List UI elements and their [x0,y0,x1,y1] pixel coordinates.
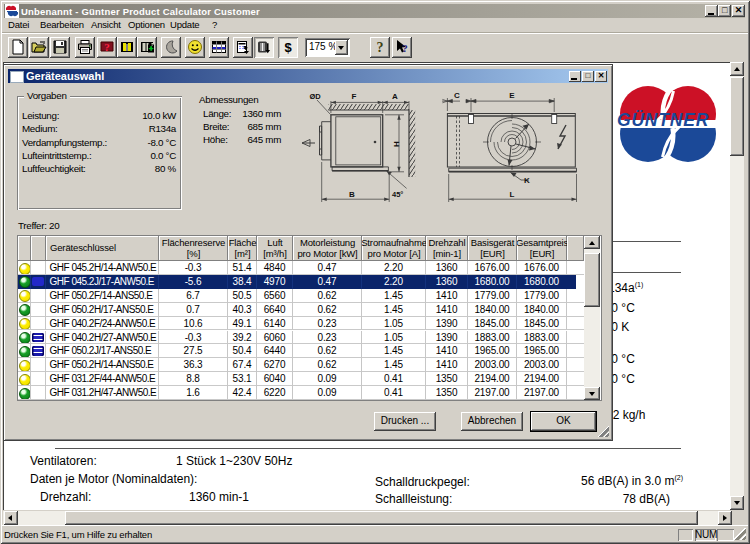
svg-text:E: E [509,91,515,100]
svg-text:ØD: ØD [309,92,321,101]
svg-text:?: ? [402,42,408,54]
svg-text:GÜNTNER: GÜNTNER [617,110,709,130]
svg-text:L: L [510,190,515,199]
svg-text:?: ? [377,40,384,55]
svg-text:?: ? [104,41,110,53]
svg-text:B: B [349,190,355,199]
svg-text:F: F [352,92,357,101]
svg-text:K: K [524,176,530,185]
svg-text:H: H [392,141,401,147]
svg-text:$: $ [284,40,292,55]
svg-text:A: A [392,92,398,101]
svg-text:C: C [454,91,460,100]
svg-text:45°: 45° [392,190,403,199]
